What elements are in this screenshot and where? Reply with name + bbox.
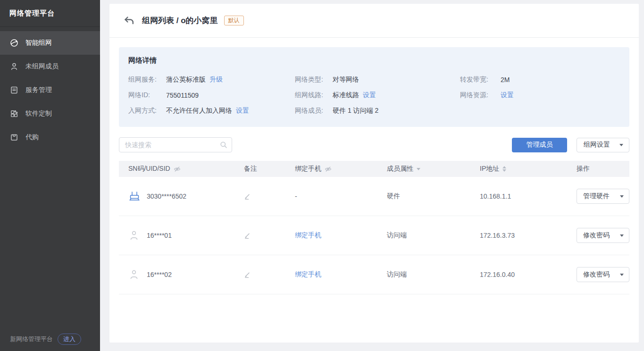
network-settings-dropdown[interactable]: 组网设置 — [577, 138, 629, 152]
manage-members-button[interactable]: 管理成员 — [512, 138, 567, 152]
member-type: 访问端 — [387, 270, 407, 279]
change-password-button[interactable]: 修改密码 — [577, 267, 629, 282]
member-type: 硬件 — [387, 192, 400, 201]
bind-phone-link[interactable]: 绑定手机 — [295, 231, 321, 240]
new-platform-label: 新网络管理平台 — [10, 335, 53, 343]
user-icon — [128, 230, 141, 241]
header-ip: IP地址 — [480, 165, 499, 173]
sort-icon[interactable] — [502, 166, 506, 172]
search-input[interactable] — [119, 137, 232, 152]
sidebar-item-service-management[interactable]: 服务管理 — [0, 78, 100, 102]
line-label: 组网线路: — [295, 91, 333, 100]
action-label: 管理硬件 — [583, 192, 610, 201]
breadcrumb: 组网列表 / o的小窝里 — [142, 15, 218, 26]
header-sn: SN码/UID/SID — [128, 165, 170, 173]
header-bind-phone: 绑定手机 — [295, 165, 321, 173]
default-badge: 默认 — [224, 16, 244, 25]
search-icon[interactable] — [220, 141, 227, 149]
action-label: 修改密码 — [583, 270, 610, 279]
card-body: 网络详情 组网服务: 蒲公英标准版 升级 网络ID: 755011509 — [109, 38, 639, 343]
bag-icon — [10, 133, 18, 142]
sidebar-footer: 新网络管理平台 进入 — [10, 334, 81, 345]
member-sn: 16****02 — [147, 271, 172, 278]
network-settings-label: 组网设置 — [584, 141, 610, 149]
bandwidth-label: 转发带宽: — [460, 75, 501, 84]
table-row: 3030****6502 - 硬件 10.168.1.1 — [119, 177, 629, 216]
members-value: 硬件 1 访问端 2 — [333, 107, 378, 115]
chevron-down-icon — [620, 274, 624, 276]
eye-off-icon[interactable] — [174, 166, 181, 173]
member-type: 访问端 — [387, 231, 407, 240]
sidebar: 网络管理平台 智能组网 未组网成员 — [0, 0, 100, 351]
page-header: 组网列表 / o的小窝里 默认 — [109, 4, 639, 38]
bind-phone-link[interactable]: 绑定手机 — [295, 270, 321, 279]
resource-label: 网络资源: — [460, 91, 501, 100]
member-ip: 10.168.1.1 — [480, 192, 511, 200]
network-id-value: 755011509 — [166, 92, 199, 99]
content-card: 组网列表 / o的小窝里 默认 网络详情 组网服务: 蒲公英标准版 升级 网络I… — [109, 4, 639, 343]
person-icon — [10, 62, 18, 71]
join-mode-value: 不允许任何人加入网络 — [166, 107, 232, 115]
sidebar-item-label: 服务管理 — [25, 86, 52, 94]
app-title: 网络管理平台 — [0, 0, 100, 27]
sidebar-item-label: 未组网成员 — [25, 62, 59, 71]
sidebar-menu: 智能组网 未组网成员 服务管理 — [0, 27, 100, 149]
sidebar-item-smart-networking[interactable]: 智能组网 — [0, 31, 100, 55]
resource-settings-link[interactable]: 设置 — [501, 91, 514, 100]
members-label: 网络成员: — [295, 107, 333, 115]
action-label: 修改密码 — [583, 231, 610, 240]
sidebar-item-ungrouped-members[interactable]: 未组网成员 — [0, 55, 100, 78]
router-icon — [128, 191, 141, 202]
change-password-button[interactable]: 修改密码 — [577, 228, 629, 243]
service-value: 蒲公英标准版 — [166, 75, 206, 84]
network-id-label: 网络ID: — [128, 91, 166, 100]
search-box — [119, 137, 232, 152]
sidebar-item-label: 代购 — [25, 133, 39, 142]
chevron-down-icon — [619, 144, 623, 146]
edit-remark-icon[interactable] — [244, 232, 251, 239]
line-value: 标准线路 — [333, 91, 359, 100]
network-type-value: 对等网络 — [333, 75, 359, 84]
manage-hardware-button[interactable]: 管理硬件 — [577, 189, 629, 204]
member-sn: 3030****6502 — [147, 192, 186, 200]
network-type-label: 网络类型: — [295, 75, 333, 84]
enter-new-platform-button[interactable]: 进入 — [58, 334, 81, 345]
members-table: SN码/UID/SID 备注 绑定手机 — [119, 161, 629, 294]
upgrade-link[interactable]: 升级 — [209, 75, 223, 84]
header-actions: 操作 — [577, 165, 590, 173]
document-icon — [10, 86, 18, 94]
sidebar-item-purchasing[interactable]: 代购 — [0, 125, 100, 149]
sidebar-item-label: 软件定制 — [25, 109, 52, 118]
chevron-down-icon — [620, 195, 624, 198]
toolbar: 管理成员 组网设置 — [119, 137, 629, 152]
edit-remark-icon[interactable] — [244, 271, 251, 278]
network-globe-icon — [10, 39, 18, 47]
edit-remark-icon[interactable] — [244, 193, 251, 200]
header-remark: 备注 — [244, 165, 257, 173]
service-label: 组网服务: — [128, 75, 166, 84]
chevron-down-icon — [620, 234, 624, 237]
details-title: 网络详情 — [128, 56, 620, 65]
main-area: 组网列表 / o的小窝里 默认 网络详情 组网服务: 蒲公英标准版 升级 网络I… — [100, 0, 644, 351]
user-icon — [128, 269, 141, 280]
grid-icon — [10, 109, 18, 118]
table-row: 16****01 绑定手机 访问端 172.16.3.73 — [119, 216, 629, 255]
member-ip: 172.16.0.40 — [480, 271, 515, 278]
member-sn: 16****01 — [147, 232, 172, 239]
eye-off-icon[interactable] — [325, 166, 332, 173]
sidebar-item-software-customization[interactable]: 软件定制 — [0, 102, 100, 125]
table-header-row: SN码/UID/SID 备注 绑定手机 — [119, 161, 629, 177]
back-icon[interactable] — [124, 16, 135, 26]
header-member-type: 成员属性 — [387, 165, 413, 173]
filter-caret-icon[interactable] — [417, 168, 420, 170]
join-mode-settings-link[interactable]: 设置 — [236, 107, 249, 115]
line-settings-link[interactable]: 设置 — [363, 91, 376, 100]
bind-phone-value: - — [295, 192, 297, 200]
bandwidth-value: 2M — [501, 76, 510, 84]
sidebar-item-label: 智能组网 — [25, 39, 52, 47]
join-mode-label: 入网方式: — [128, 107, 166, 115]
table-row: 16****02 绑定手机 访问端 172.16.0.40 — [119, 255, 629, 294]
member-ip: 172.16.3.73 — [480, 232, 515, 239]
network-details-panel: 网络详情 组网服务: 蒲公英标准版 升级 网络ID: 755011509 — [119, 47, 629, 127]
